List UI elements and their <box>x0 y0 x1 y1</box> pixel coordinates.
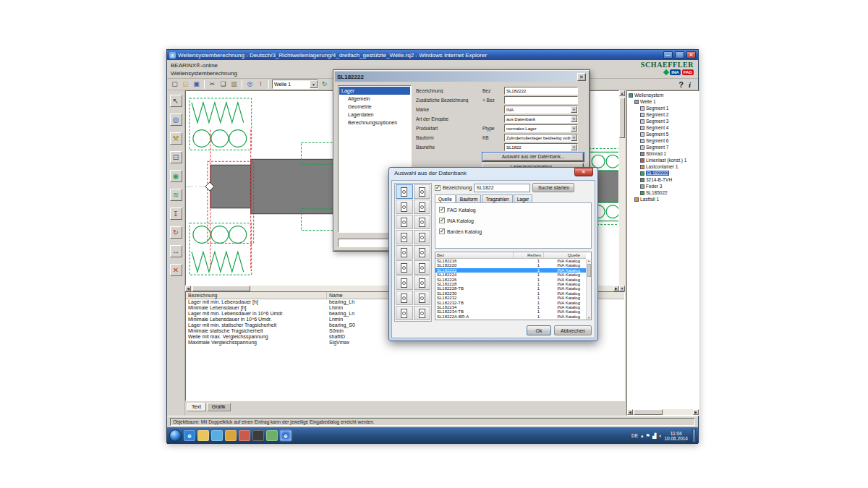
tree-item-wellensystem[interactable]: Wellensystem <box>627 92 699 98</box>
bearing-type-button[interactable] <box>396 215 413 229</box>
scroll-up-icon[interactable]: ▲ <box>587 259 590 262</box>
tree-horizontal-scrollbar[interactable]: ◀ ▶ <box>627 409 699 415</box>
field-art-der-eingabe[interactable]: aus Datenbank▼ <box>504 115 578 123</box>
bearing-type-button[interactable] <box>396 306 413 320</box>
calculate-icon[interactable]: ! <box>256 80 265 89</box>
table-vertical-scrollbar[interactable]: ▲ ▼ <box>586 259 591 320</box>
scroll-left-icon[interactable]: ◀ <box>185 286 191 291</box>
scroll-right-icon[interactable]: ▶ <box>693 409 699 415</box>
dbtab-quelle[interactable]: Quelle <box>435 194 456 202</box>
checkbox-barden-katalog[interactable] <box>439 228 445 234</box>
delete-icon[interactable]: ✕ <box>170 264 182 276</box>
bearing-type-button[interactable] <box>396 230 413 244</box>
zoom-icon[interactable]: ◎ <box>170 114 182 126</box>
language-indicator[interactable]: DE <box>631 433 638 438</box>
col-reihen[interactable]: Reihen <box>514 252 544 258</box>
shaft-selector[interactable]: Welle 1 ▼ <box>272 80 318 89</box>
spring-tool-icon[interactable]: ≋ <box>170 189 182 201</box>
start-orb-icon[interactable] <box>169 429 182 442</box>
nav-item-lagerdaten[interactable]: Lagerdaten <box>339 111 410 119</box>
bearing-type-button[interactable] <box>414 184 431 199</box>
chevron-down-icon[interactable]: ▼ <box>571 144 577 150</box>
scroll-up-icon[interactable]: ▲ <box>619 90 625 96</box>
bearing-type-button[interactable] <box>414 306 431 320</box>
bearing-type-button[interactable] <box>414 230 431 244</box>
chevron-down-icon[interactable]: ▼ <box>571 134 577 141</box>
documents-icon[interactable] <box>225 430 237 441</box>
window-titlebar[interactable]: e Wellensystemberechnung - Deutsch/3_Ric… <box>167 50 698 60</box>
search-checkbox[interactable] <box>435 185 441 191</box>
scrollbar-thumb[interactable] <box>192 286 250 291</box>
bearinx-session-icon[interactable]: e <box>280 430 292 441</box>
close-button[interactable]: ✕ <box>686 51 696 59</box>
open-file-icon[interactable]: ◱ <box>181 80 190 89</box>
chevron-down-icon[interactable]: ▼ <box>571 116 577 122</box>
bearing-type-button[interactable] <box>396 260 413 275</box>
load-tool-icon[interactable]: ↧ <box>170 207 182 220</box>
bearing-dialog-titlebar[interactable]: SL182222 ✕ <box>335 72 588 82</box>
db-row-sl18224a-tb[interactable]: SL18224A-TB1INA Katalog <box>435 319 586 320</box>
tree-item-segment-3[interactable]: Segment 3 <box>627 118 699 124</box>
tree-item-segment-4[interactable]: Segment 4 <box>627 124 699 131</box>
tree-item-sl185022[interactable]: SL185022 <box>627 189 699 196</box>
checkbox-fag-katalog[interactable] <box>439 207 445 213</box>
refresh-icon[interactable]: ↻ <box>320 80 329 89</box>
mail-icon[interactable] <box>239 430 250 441</box>
nav-item-allgemein[interactable]: Allgemein <box>339 95 410 103</box>
tree-item-3214-b-tvh[interactable]: 3214-B-TVH <box>627 176 699 183</box>
bearing-type-button[interactable] <box>396 291 413 305</box>
field-produktart[interactable]: normales Lager▼ <box>504 124 578 132</box>
field-zus-tzliche-bezeichnung[interactable] <box>504 96 578 104</box>
tree-item-segment-2[interactable]: Segment 2 <box>627 111 699 118</box>
tree-item-segment-5[interactable]: Segment 5 <box>627 131 699 137</box>
help-icon[interactable]: ? <box>678 80 684 89</box>
checkbox-ina-katalog[interactable] <box>439 218 445 223</box>
scroll-left-icon[interactable]: ◀ <box>627 409 633 415</box>
scroll-right-icon[interactable]: ▶ <box>613 286 619 291</box>
cancel-button[interactable]: Abbrechen <box>554 325 592 335</box>
tree-item-linienlast-konst-1[interactable]: Linienlast (konst.) 1 <box>627 157 699 163</box>
dbtab-bauform[interactable]: Bauform <box>456 194 482 202</box>
fit-view-icon[interactable]: ⊡ <box>170 151 182 163</box>
search-button[interactable]: Suche starten <box>532 183 574 192</box>
bearing-tool-icon[interactable]: ◉ <box>170 170 182 182</box>
bearing-type-button[interactable] <box>396 245 413 260</box>
scroll-down-icon[interactable]: ▼ <box>587 316 590 320</box>
close-icon[interactable]: ✕ <box>577 73 586 81</box>
tab-text[interactable]: Text <box>187 403 206 411</box>
info-icon[interactable]: i <box>689 80 691 89</box>
close-icon[interactable]: ✕ <box>574 168 593 176</box>
chevron-down-icon[interactable]: ▼ <box>571 106 577 113</box>
action-center-icon[interactable]: ⚑ <box>646 433 650 439</box>
tree-item-segment-6[interactable]: Segment 6 <box>627 137 699 144</box>
minimize-button[interactable]: — <box>663 51 673 59</box>
bearing-type-button[interactable] <box>396 200 413 214</box>
tree-item-segment-7[interactable]: Segment 7 <box>627 144 699 150</box>
tree-item-lastfall-1[interactable]: Lastfall 1 <box>627 196 699 202</box>
save-icon[interactable]: ▣ <box>192 80 201 89</box>
wrench-icon[interactable]: ⚒ <box>170 132 182 145</box>
windows-explorer-icon[interactable] <box>197 430 209 441</box>
canvas-vertical-scrollbar[interactable]: ▲ ▼ <box>619 90 625 291</box>
tree-item-feder-3[interactable]: Feder 3 <box>627 183 699 189</box>
scrollbar-thumb[interactable] <box>634 409 663 415</box>
tree-item-segment-1[interactable]: Segment 1 <box>627 105 699 111</box>
pointer-icon[interactable]: ↖ <box>170 95 182 107</box>
cut-icon[interactable]: ✂ <box>208 80 217 89</box>
bearing-type-button[interactable] <box>414 200 431 214</box>
col-bez[interactable]: Bez <box>435 252 514 258</box>
taskbar-clock[interactable]: 11:04 10.06.2014 <box>664 431 688 441</box>
new-document-icon[interactable]: ▢ <box>170 80 179 89</box>
media-player-icon[interactable] <box>211 430 223 441</box>
field-bezeichnung[interactable]: SL182222 <box>504 87 578 95</box>
internet-explorer-icon[interactable]: e <box>184 430 195 441</box>
chevron-down-icon[interactable]: ▼ <box>310 80 318 88</box>
nav-item-geometrie[interactable]: Geometrie <box>339 103 410 111</box>
calculator-app-icon[interactable] <box>266 430 278 441</box>
nav-item-berechnungsoptionen[interactable]: Berechnungsoptionen <box>339 119 410 127</box>
show-desktop-button[interactable] <box>692 429 696 442</box>
console-icon[interactable] <box>252 430 264 441</box>
moment-tool-icon[interactable]: ↻ <box>170 226 182 239</box>
bearing-type-button[interactable] <box>396 275 413 290</box>
chevron-down-icon[interactable]: ▼ <box>571 125 577 132</box>
